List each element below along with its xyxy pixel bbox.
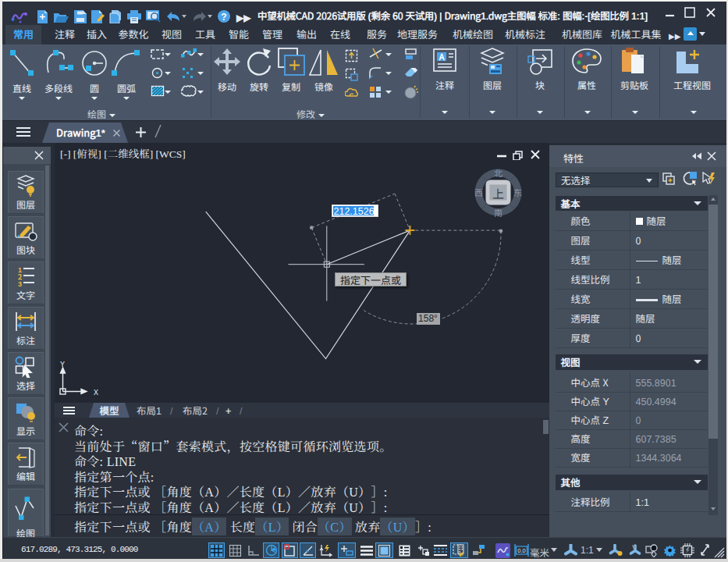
svg-text:上: 上 [492,185,504,201]
svg-text:X: X [94,389,98,397]
svg-text:Y: Y [60,361,65,369]
svg-text:A: A [439,50,445,62]
svg-text:南: 南 [494,206,502,219]
svg-text:北: 北 [494,166,502,179]
svg-text:东: 东 [513,186,522,198]
svg-text:西: 西 [474,186,483,198]
svg-text:0.0: 0.0 [517,547,525,554]
svg-text:3: 3 [18,279,22,287]
